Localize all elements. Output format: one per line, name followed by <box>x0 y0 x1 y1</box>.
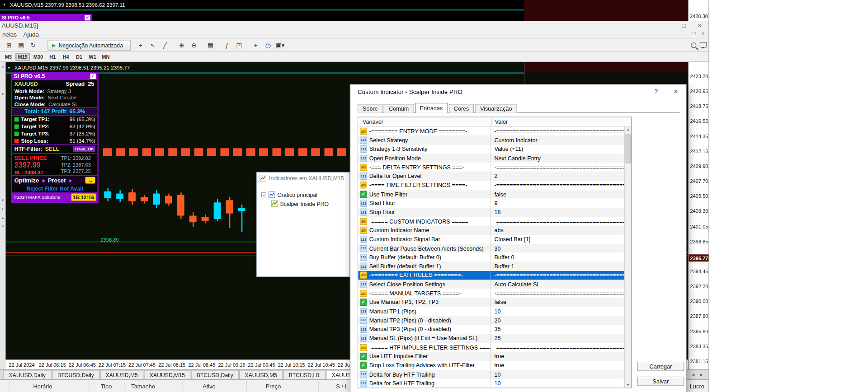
mdi-restore-button[interactable]: □ <box>690 31 698 37</box>
tab-scroll-right-icon[interactable]: ► <box>699 372 704 377</box>
crosshair-icon[interactable]: + <box>135 40 146 51</box>
scroll-up-icon[interactable]: ▲ <box>625 128 631 131</box>
scroll-thumb[interactable] <box>626 135 631 163</box>
panel-close-icon[interactable]: × <box>0 224 5 229</box>
param-row[interactable]: 123Open Position ModeNext Candle Entry <box>358 154 624 163</box>
optimize-button[interactable]: Optimize <box>14 177 39 184</box>
param-row[interactable]: 123Manual TP3 (Pips) (0 - disabled)35 <box>358 325 624 334</box>
param-row[interactable]: 123Current Bar Pause Between Alerts (Sec… <box>358 244 624 253</box>
carregar-button[interactable]: Carregar <box>637 362 684 371</box>
menu-ajuda[interactable]: Ajuda <box>23 31 38 38</box>
add-indicator-icon[interactable]: + <box>250 40 261 51</box>
scroll-right-icon[interactable]: ▸ <box>0 207 5 211</box>
sipro-panel-checkbox[interactable]: ✓ <box>90 73 96 79</box>
tile-windows-icon[interactable]: ▦ <box>205 40 216 51</box>
dialog-titlebar[interactable]: Custom Indicator - Scalper Inside PRO <box>350 84 686 99</box>
timeframe-m15[interactable]: M15 <box>15 53 30 61</box>
chart-tab[interactable]: XAUUSD,M15 <box>144 370 191 379</box>
param-row[interactable]: ab-==== TIME FILTER SETTINGS ====--=====… <box>358 181 624 190</box>
grid-scrollbar[interactable]: ▲ ▼ <box>624 126 631 387</box>
panel-close-icon[interactable]: × <box>0 65 5 69</box>
timeframe-mn[interactable]: MN <box>99 53 112 61</box>
param-row[interactable]: ✓Stop Loss Trailing Advices with HTF-Fil… <box>358 361 624 370</box>
help-button[interactable]: ? <box>651 87 661 96</box>
tab-cores[interactable]: Cores <box>449 104 474 113</box>
chart-tab[interactable]: BTCUSD,H1 <box>283 370 326 379</box>
tab-scroll-left-icon[interactable]: ◄ <box>691 372 695 377</box>
mdi-close-button[interactable]: × <box>699 31 707 37</box>
param-row[interactable]: ab-=== DELTA ENTRY SETTINGS ===--=======… <box>358 163 624 172</box>
tree-node-indicator[interactable]: Scalper Inside PRO <box>271 199 329 208</box>
param-row[interactable]: 123Delta for Open Level2 <box>358 172 624 181</box>
chat-icon[interactable] <box>700 42 707 47</box>
objects-list-icon[interactable]: ◳ <box>234 40 245 51</box>
param-row[interactable]: 123Manual SL (Pips) (if Exit = Use Manua… <box>358 334 624 343</box>
timeframe-h1[interactable]: H1 <box>47 53 59 61</box>
param-row[interactable]: 123Buy Buffer (default: Buffer 0)Buffer … <box>358 253 624 262</box>
minimize-button[interactable]: – <box>660 22 675 29</box>
chart-tab[interactable]: BTCUSD,Daily <box>52 370 99 379</box>
param-row[interactable]: 123Start Hour9 <box>358 199 624 208</box>
param-row[interactable]: 123Custom Indicator Signal BarClosed Bar… <box>358 235 624 244</box>
param-row[interactable]: abCustom Indicator Nameabs <box>358 226 624 235</box>
indicators-icon[interactable]: ƒ <box>222 40 232 51</box>
timeframe-h4[interactable]: H4 <box>60 53 72 61</box>
cursor-icon[interactable]: ↖ <box>147 40 158 51</box>
chart-tab[interactable]: BTCUSD,Daily <box>191 370 239 379</box>
tree-expander-icon[interactable]: − <box>261 192 266 197</box>
draw-line-icon[interactable]: ╱ <box>160 40 170 51</box>
restore-button[interactable]: □ <box>676 22 691 29</box>
dialog-close-button[interactable]: × <box>670 87 681 96</box>
param-row[interactable]: 123Strategy 1-3 SensitivityValue (+11) <box>358 145 624 154</box>
param-row[interactable]: ab-======== EXIT RULES ========--=======… <box>358 271 624 280</box>
scroll-down-icon[interactable]: ▼ <box>625 383 631 387</box>
param-row[interactable]: ab-======== ENTRY MODE ========--=======… <box>358 126 624 135</box>
search-icon[interactable] <box>691 42 696 48</box>
new-chart-icon[interactable]: ⊞ <box>3 40 14 51</box>
param-row[interactable]: 123Select Close Position SettingsAuto Ca… <box>358 280 624 289</box>
param-row[interactable]: 123Select StrategyCustom Indicator <box>358 135 624 145</box>
sipro-mini-checkbox[interactable]: ✓ <box>85 14 90 20</box>
menu-janelas[interactable]: nelas <box>2 31 17 38</box>
templates-icon[interactable]: ▣▾ <box>274 40 285 51</box>
periods-icon[interactable]: ◷ <box>262 40 273 51</box>
autotrading-button[interactable]: ▶Negociação Automatizada <box>47 40 131 51</box>
param-row[interactable]: 123Delta for Sell HTF Trailing10 <box>358 379 624 387</box>
timeframe-m30[interactable]: M30 <box>31 53 46 61</box>
chart-tab[interactable]: XAUUSD,Daily <box>3 370 51 379</box>
chart-tab[interactable]: XAUUSD,M5 <box>239 370 283 379</box>
tree-node-main-chart[interactable]: − Gráfico principal <box>261 190 329 199</box>
chart-tab[interactable]: XAUUSD,M5 <box>100 370 143 379</box>
param-row[interactable]: ✓Use HTF Impulse Filtertrue <box>358 352 624 361</box>
tab-comum[interactable]: Comum <box>384 104 414 113</box>
close-button[interactable]: × <box>693 22 707 29</box>
param-row[interactable]: ✓Use Time Filterfalse <box>358 190 624 199</box>
salvar-button[interactable]: Salvar <box>637 377 684 386</box>
param-row[interactable]: 123Manual TP1 (Pips)10 <box>358 307 624 316</box>
arrow-button[interactable]: → <box>85 177 95 184</box>
param-row[interactable]: ab-===== CUSTOM INDICATORS =====--======… <box>358 217 624 226</box>
market-watch-icon[interactable]: ↻ <box>28 40 38 51</box>
tab-entradas[interactable]: Entradas <box>415 103 448 113</box>
preset-button[interactable]: Preset <box>48 177 66 184</box>
scroll-up-icon[interactable]: ▴ <box>0 216 5 220</box>
param-row[interactable]: ab-===== MANUAL TARGETS =====--=========… <box>358 289 624 298</box>
param-row[interactable]: 123Sell Buffer (default: Buffer 1)Buffer… <box>358 262 624 271</box>
param-row[interactable]: 123Delta for Buy HTF Trailing10 <box>358 370 624 379</box>
tab-sobre[interactable]: Sobre <box>358 104 383 113</box>
indicators-dialog-titlebar[interactable]: Indicadores em XAUUSD,M15 <box>257 173 349 183</box>
param-row[interactable]: ✓Use Manual TP1, TP2, TP3false <box>358 298 624 307</box>
param-row[interactable]: ab-===== HTF IMPULSE FILTER SETTINGS ===… <box>358 343 624 352</box>
tab-visualizao[interactable]: Visualização <box>475 104 517 113</box>
zoom-in-icon[interactable]: ⊕ <box>176 40 187 51</box>
mdi-minimize-button[interactable]: – <box>681 31 689 37</box>
timeframe-d1[interactable]: D1 <box>73 53 85 61</box>
timeframe-w1[interactable]: W1 <box>86 53 99 61</box>
zoom-out-icon[interactable]: ⊖ <box>188 40 199 51</box>
scroll-down-icon[interactable]: ▾ <box>0 198 5 202</box>
timeframe-m5[interactable]: M5 <box>2 53 14 61</box>
profiles-icon[interactable]: ▤ <box>15 40 26 51</box>
param-row[interactable]: 123Manual TP2 (Pips) (0 - disabled)20 <box>358 316 624 325</box>
param-row[interactable]: 123Stop Hour18 <box>358 208 624 217</box>
panel-arrow-icon[interactable]: ▾ <box>0 92 5 96</box>
